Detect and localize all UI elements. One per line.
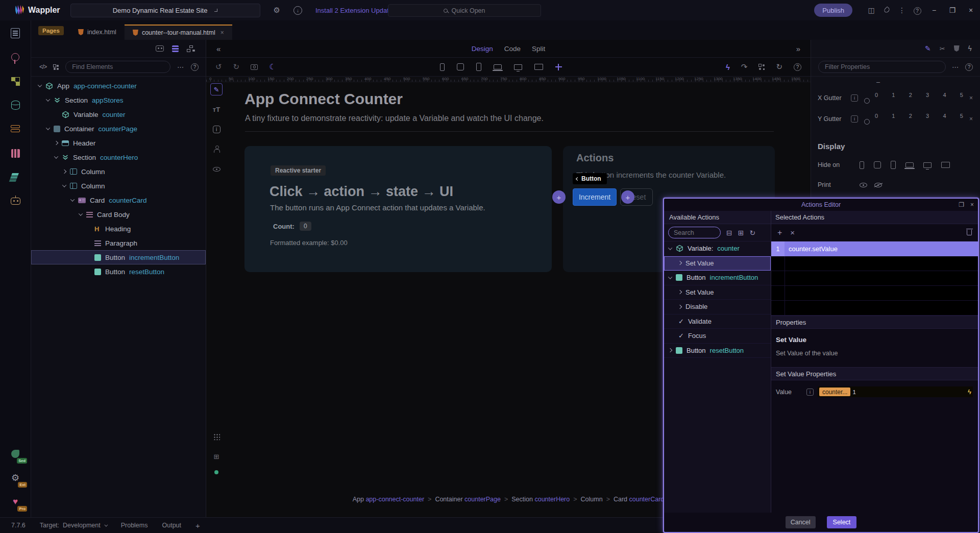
undo-icon[interactable]: ↺ bbox=[215, 62, 222, 71]
restore-button[interactable]: ❐ bbox=[943, 6, 962, 14]
expand-all-icon[interactable]: ⊞ bbox=[738, 229, 744, 237]
refresh-actions-icon[interactable]: ↻ bbox=[749, 229, 755, 237]
chevron-down-icon[interactable] bbox=[54, 154, 58, 158]
device-laptop-icon[interactable] bbox=[494, 64, 502, 69]
rail-item-server[interactable] bbox=[7, 120, 24, 138]
action-item-button[interactable]: ButtonincrementButton bbox=[664, 271, 771, 285]
breadcrumb-item-name[interactable]: app-connect-counter bbox=[365, 496, 424, 503]
info-icon[interactable] bbox=[851, 94, 858, 102]
tree-item-card-body[interactable]: Card Body bbox=[31, 207, 206, 222]
add-element-button[interactable]: + bbox=[621, 190, 634, 204]
rail-item-gear[interactable]: ⚙Ext bbox=[7, 469, 24, 487]
slider-scale[interactable]: 012345 bbox=[874, 113, 966, 125]
rail-item-seed[interactable]: Sed bbox=[7, 445, 24, 463]
qr-code-icon[interactable] bbox=[758, 64, 765, 70]
slider-knob[interactable] bbox=[864, 119, 870, 125]
device-desktop-icon[interactable] bbox=[514, 64, 522, 70]
add-element-button[interactable]: + bbox=[552, 190, 566, 204]
tree-item-heading[interactable]: HHeading bbox=[31, 222, 206, 236]
device-phone-lg-icon[interactable] bbox=[476, 63, 481, 71]
app-connect-bolt-icon[interactable]: ϟ bbox=[726, 63, 730, 71]
view-mode-design[interactable]: Design bbox=[472, 45, 493, 53]
clear-icon[interactable]: × bbox=[969, 94, 973, 102]
dialog-close-icon[interactable]: × bbox=[970, 201, 974, 208]
chevron-down-icon[interactable] bbox=[668, 275, 672, 279]
trash-icon[interactable] bbox=[967, 230, 972, 235]
app-structure-icon[interactable] bbox=[172, 45, 179, 52]
preview-eye-icon[interactable] bbox=[210, 163, 223, 175]
data-binding-bolt-icon[interactable]: ϟ bbox=[968, 388, 971, 396]
increment-button[interactable]: Increment bbox=[573, 188, 617, 206]
actions-search-input[interactable] bbox=[668, 227, 721, 238]
counter-card[interactable]: Reactive starter Click → action → state … bbox=[244, 146, 552, 272]
print-visible-eye-icon[interactable] bbox=[860, 183, 867, 187]
action-item-set-value[interactable]: Set Value bbox=[664, 285, 771, 300]
rail-item-heart[interactable]: ♥Pro bbox=[7, 493, 24, 511]
breadcrumb-item[interactable]: Card bbox=[614, 496, 629, 503]
hide-on-phone-icon[interactable] bbox=[860, 161, 864, 169]
grid-icon[interactable] bbox=[210, 430, 223, 443]
edit-properties-icon[interactable]: ✎ bbox=[925, 44, 931, 53]
tree-item-incrementButton[interactable]: ButtonincrementButton bbox=[31, 250, 206, 264]
dialog-titlebar[interactable]: Actions Editor ❐ × bbox=[664, 199, 978, 211]
tree-item-column[interactable]: Column bbox=[31, 179, 206, 193]
help-icon[interactable]: ? bbox=[910, 6, 925, 15]
output-button[interactable]: Output bbox=[162, 522, 181, 529]
hide-on-tv-icon[interactable] bbox=[941, 162, 950, 168]
tree-item-counterPage[interactable]: ContainercounterPage bbox=[31, 122, 206, 136]
project-selector[interactable]: Demo Dynamic Real Estate Site bbox=[70, 4, 260, 17]
expression-token[interactable]: counter... bbox=[819, 387, 850, 396]
tree-item-counter[interactable]: Variablecounter bbox=[31, 107, 206, 122]
value-input[interactable]: counter... 1 ϟ bbox=[818, 386, 973, 397]
chevron-down-icon[interactable] bbox=[38, 83, 42, 87]
tree-help-icon[interactable]: ? bbox=[191, 63, 199, 71]
rail-item-database[interactable] bbox=[7, 96, 24, 114]
device-phone-icon[interactable] bbox=[440, 63, 445, 71]
breadcrumb-item[interactable]: Section bbox=[511, 496, 534, 503]
selected-action-row[interactable]: 1counter.setValue bbox=[771, 241, 978, 256]
info-icon[interactable] bbox=[851, 115, 858, 123]
tree-item-header[interactable]: Header bbox=[31, 136, 206, 150]
tab-index.html[interactable]: index.html bbox=[70, 25, 125, 40]
breadcrumb-item[interactable]: App bbox=[353, 496, 366, 503]
info-icon[interactable] bbox=[806, 389, 814, 396]
publish-button[interactable]: Publish bbox=[814, 4, 852, 17]
tree-item-appStores[interactable]: SectionappStores bbox=[31, 93, 206, 107]
chevron-down-icon[interactable] bbox=[62, 183, 66, 187]
view-mode-split[interactable]: Split bbox=[532, 45, 545, 53]
rail-item-robot[interactable] bbox=[7, 192, 24, 210]
text-tool-icon[interactable]: ᴛT bbox=[210, 103, 223, 115]
tree-more-icon[interactable]: ⋯ bbox=[177, 63, 184, 71]
chevron-right-icon[interactable] bbox=[54, 141, 58, 145]
chevron-right-icon[interactable] bbox=[62, 169, 66, 174]
chevron-down-icon[interactable] bbox=[79, 211, 83, 215]
filter-properties-input[interactable] bbox=[818, 61, 946, 73]
accessibility-icon[interactable] bbox=[210, 143, 223, 155]
chevron-down-icon[interactable] bbox=[668, 246, 672, 250]
select-button[interactable]: Select bbox=[827, 516, 857, 528]
canvas-help-icon[interactable]: ? bbox=[794, 63, 801, 71]
hide-on-tablet-icon[interactable] bbox=[874, 161, 881, 168]
inspect-info-icon[interactable]: i bbox=[210, 123, 223, 135]
edit-pencil-icon[interactable]: ✎ bbox=[210, 83, 223, 95]
dialog-maximize-icon[interactable]: ❐ bbox=[959, 201, 964, 208]
theme-droplet-icon[interactable] bbox=[879, 6, 894, 14]
print-hidden-eye-off-icon[interactable] bbox=[874, 183, 882, 187]
action-item-validate[interactable]: ✓Validate bbox=[664, 314, 771, 329]
breadcrumb-item[interactable]: Container bbox=[435, 496, 464, 503]
hide-on-phone-lg-icon[interactable] bbox=[891, 161, 896, 169]
breadcrumb-item-name[interactable]: counterPage bbox=[464, 496, 501, 503]
components-icon[interactable] bbox=[53, 64, 59, 70]
rail-item-layers[interactable] bbox=[7, 168, 24, 186]
extensions-download-icon[interactable]: ↓ bbox=[293, 6, 302, 15]
refresh-icon[interactable]: ↻ bbox=[776, 62, 782, 71]
tree-item-paragraph[interactable]: Paragraph bbox=[31, 236, 206, 250]
css-icon[interactable] bbox=[954, 45, 960, 52]
chevron-down-icon[interactable] bbox=[46, 97, 50, 101]
redo-icon[interactable]: ↻ bbox=[233, 62, 240, 71]
breadcrumb-item-name[interactable]: counterCard bbox=[629, 496, 665, 503]
slider-knob[interactable] bbox=[864, 98, 870, 104]
properties-help-icon[interactable]: ? bbox=[965, 63, 973, 71]
cancel-button[interactable]: Cancel bbox=[786, 516, 816, 528]
close-tab-icon[interactable]: × bbox=[220, 29, 224, 36]
